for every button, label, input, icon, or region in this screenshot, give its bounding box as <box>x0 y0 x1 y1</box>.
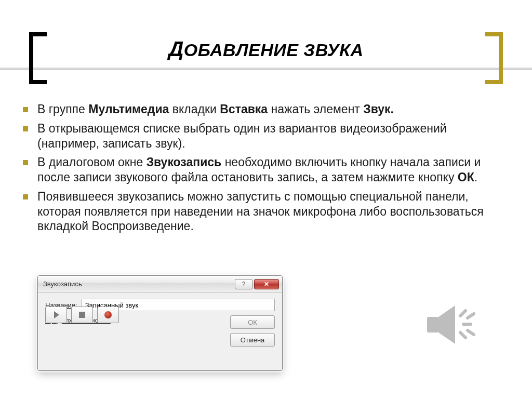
close-button[interactable]: ✕ <box>254 279 279 289</box>
speaker-icon <box>418 291 485 358</box>
svg-line-4 <box>460 332 466 338</box>
stop-icon <box>79 312 85 318</box>
title-rest: ОБАВЛЕНИЕ ЗВУКА <box>184 40 364 60</box>
list-item: В группе Мультимедиа вкладки Вставка наж… <box>20 102 501 117</box>
record-button[interactable] <box>97 307 119 323</box>
title-capital: Д <box>168 37 183 60</box>
record-icon <box>104 311 112 318</box>
list-item: В открывающемся списке выбрать один из в… <box>20 121 501 151</box>
svg-marker-1 <box>438 305 455 344</box>
dialog-title: Звукозапись <box>43 280 233 288</box>
help-button[interactable]: ? <box>235 279 252 289</box>
dialog-action-buttons: ОК Отмена <box>230 315 275 347</box>
play-button[interactable] <box>45 307 67 323</box>
page-title: ДОБАВЛЕНИЕ ЗВУКА <box>0 37 532 61</box>
content-area: В группе Мультимедиа вкладки Вставка наж… <box>20 102 501 238</box>
list-item: Появившееся звукозапись можно запустить … <box>20 189 501 234</box>
svg-line-6 <box>468 330 474 335</box>
media-controls <box>45 307 119 323</box>
svg-rect-0 <box>427 317 438 332</box>
list-item: В диалоговом окне Звукозапись необходимо… <box>20 155 501 185</box>
help-icon: ? <box>242 281 246 288</box>
play-icon <box>54 311 59 318</box>
stop-button[interactable] <box>71 307 93 323</box>
dialog-body: Название: Продолжительность: 0 ОК Отмена <box>38 292 282 329</box>
close-icon: ✕ <box>264 281 269 288</box>
ok-button[interactable]: ОК <box>230 315 275 329</box>
svg-line-5 <box>468 314 474 318</box>
sound-recorder-dialog: Звукозапись ? ✕ Название: Продолжительно… <box>37 275 283 371</box>
dialog-titlebar[interactable]: Звукозапись ? ✕ <box>38 276 282 292</box>
bullet-list: В группе Мультимедиа вкладки Вставка наж… <box>20 102 501 234</box>
horizontal-rule <box>0 68 532 70</box>
svg-line-2 <box>460 311 466 316</box>
cancel-button[interactable]: Отмена <box>230 333 275 347</box>
